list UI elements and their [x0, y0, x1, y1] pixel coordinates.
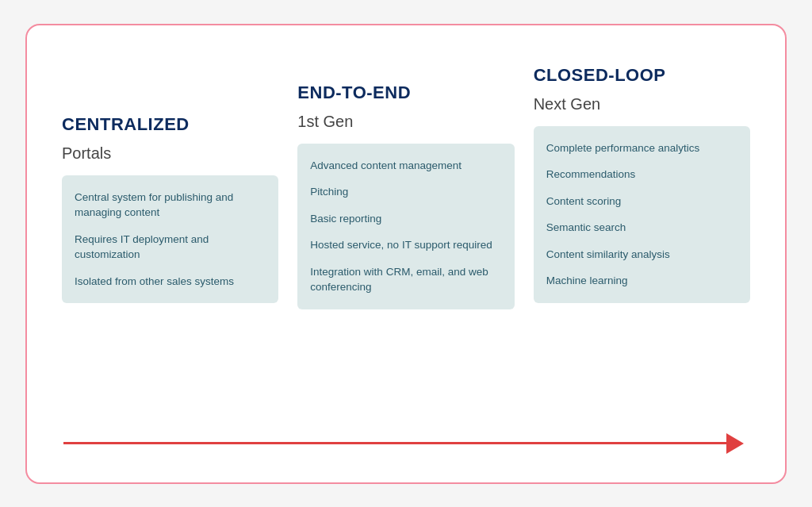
col3-feature-0: Complete performance analytics [546, 140, 737, 156]
col2-sublabel: 1st Gen [297, 113, 514, 131]
columns-container: CENTRALIZED Portals Central system for p… [62, 57, 750, 309]
arrow-head-icon [726, 433, 744, 454]
col2-feature-2: Basic reporting [310, 211, 501, 227]
col1-feature-2: Isolated from other sales systems [75, 274, 266, 290]
col2-feature-box: Advanced content management Pitching Bas… [297, 144, 514, 309]
col3-feature-3: Semantic search [546, 220, 737, 236]
col2-feature-3: Hosted service, no IT support required [310, 237, 501, 253]
col3-feature-4: Content similarity analysis [546, 247, 737, 263]
column-end-to-end: END-TO-END 1st Gen Advanced content mana… [297, 57, 514, 309]
column-closed-loop: CLOSED-LOOP Next Gen Complete performanc… [534, 57, 750, 303]
main-card: CENTRALIZED Portals Central system for p… [25, 24, 787, 484]
col2-label: END-TO-END [297, 83, 514, 103]
col3-feature-1: Recommendations [546, 167, 737, 182]
col3-feature-box: Complete performance analytics Recommend… [534, 126, 750, 303]
col3-feature-5: Machine learning [546, 273, 737, 289]
col2-feature-0: Advanced content management [310, 158, 501, 174]
col2-feature-4: Integration with CRM, email, and web con… [310, 264, 501, 295]
col1-feature-0: Central system for publishing and managi… [75, 190, 266, 221]
col1-feature-1: Requires IT deployment and customization [75, 232, 266, 263]
col3-label: CLOSED-LOOP [534, 65, 750, 86]
col2-feature-1: Pitching [310, 184, 501, 200]
arrow-line [63, 442, 727, 444]
col1-label: CENTRALIZED [62, 114, 278, 135]
arrow-row [62, 433, 750, 454]
col1-feature-box: Central system for publishing and managi… [62, 175, 278, 304]
column-centralized: CENTRALIZED Portals Central system for p… [62, 57, 278, 304]
col3-feature-2: Content scoring [546, 194, 737, 209]
col3-sublabel: Next Gen [534, 95, 750, 113]
col1-sublabel: Portals [62, 144, 278, 163]
